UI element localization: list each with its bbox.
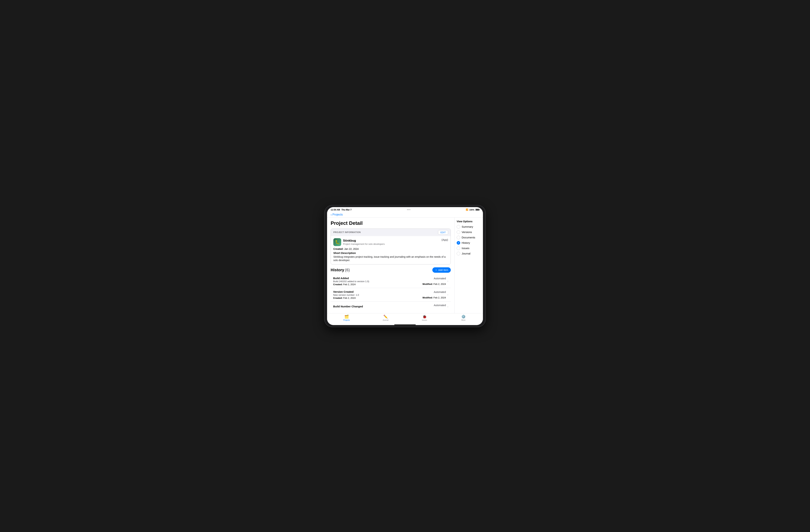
view-option-journal[interactable]: Journal (457, 252, 481, 255)
radio-issues[interactable] (457, 246, 460, 250)
radio-history[interactable] (457, 241, 460, 245)
created-row: Created: Jan 22, 2024 (333, 247, 448, 251)
history-item-right: Automated Modified: Feb 2, 2024 (422, 291, 446, 299)
add-item-button[interactable]: ＋ Add Item (432, 267, 451, 273)
battery-percent: 100% (469, 209, 474, 211)
history-item-right: Automated Modified: Feb 2, 2024 (422, 277, 446, 285)
history-item-left: Build Added Build 240202 added to versio… (333, 277, 422, 286)
tab-journal[interactable]: ✏️ Journal (380, 315, 391, 321)
tab-projects-label: Projects (343, 319, 350, 321)
radio-documents[interactable] (457, 236, 460, 239)
project-type: (App) (441, 238, 448, 241)
card-header: PROJECT INFORMATION EDIT (331, 229, 451, 236)
short-desc-text: Stinkbug integrates project tracking, is… (333, 255, 448, 262)
history-item-created: Created: Feb 2, 2024 (333, 297, 422, 299)
add-item-label: Add Item (438, 269, 448, 272)
tab-more[interactable]: ⚙️ More (458, 315, 469, 321)
project-name: Stinkbug (343, 239, 385, 242)
view-option-label-documents: Documents (461, 236, 475, 239)
history-item-title: Build Added (333, 277, 422, 280)
created-label: Created: (333, 247, 343, 251)
nav-bar: ‹ Projects (327, 212, 483, 217)
history-title-area: History (6) (331, 268, 350, 272)
view-options-panel: View Options Summary Versions Documents (454, 217, 483, 313)
history-item-left: Build Number Changed (333, 305, 434, 308)
status-date: Thu Mar 7 (341, 209, 352, 211)
project-icon: 🐛 (333, 238, 341, 246)
device-screen: 11:54 AM Thu Mar 7 📶 100% ‹ (327, 207, 483, 325)
project-subtitle: Project management for solo developers (343, 243, 385, 245)
chevron-right-icon: › (447, 293, 448, 296)
history-item-source: Automated (434, 304, 446, 307)
radio-journal[interactable] (457, 252, 460, 255)
view-option-label-versions: Versions (461, 230, 472, 233)
view-option-issues[interactable]: Issues (457, 246, 481, 250)
project-name-area: Stinkbug Project management for solo dev… (343, 239, 385, 245)
view-option-label-history: History (461, 241, 470, 244)
view-option-versions[interactable]: Versions (457, 230, 481, 234)
project-header-row: 🐛 Stinkbug Project management for solo d… (333, 238, 448, 246)
history-list: Build Added Build 240202 added to versio… (331, 274, 451, 312)
view-options-title: View Options (457, 220, 481, 223)
tab-issues[interactable]: 🐞 Issues (419, 315, 430, 321)
history-item-subtitle: Build 240202 added to version 1.0) (333, 280, 422, 283)
history-section-header: History (6) ＋ Add Item (331, 267, 451, 273)
view-option-label-journal: Journal (461, 252, 470, 255)
card-section-label: PROJECT INFORMATION (333, 231, 361, 233)
history-item-title: Build Number Changed (333, 305, 434, 308)
tab-bar: 🗂️ Projects ✏️ Journal 🐞 Issues ⚙️ More (327, 313, 483, 324)
tab-issues-label: Issues (422, 319, 427, 321)
content-column: Project Detail PROJECT INFORMATION EDIT … (327, 217, 454, 313)
tab-more-label: More (461, 319, 466, 321)
history-item-modified: Modified: Feb 2, 2024 (422, 283, 446, 285)
history-item[interactable]: Version Created New version number: 1.0 … (331, 288, 451, 302)
main-content: ‹ Projects Project Detail PROJECT INFORM… (327, 212, 483, 325)
chevron-right-icon: › (447, 279, 448, 283)
view-option-history[interactable]: History (457, 241, 481, 245)
history-item[interactable]: Build Number Changed Automated › (331, 302, 451, 312)
history-item-subtitle: New version number: 1.0 (333, 294, 422, 296)
page-area: Project Detail PROJECT INFORMATION EDIT … (327, 217, 483, 313)
tab-more-icon: ⚙️ (461, 315, 466, 319)
tab-issues-icon: 🐞 (422, 315, 427, 319)
edit-button[interactable]: EDIT (438, 230, 448, 235)
back-button[interactable]: ‹ Projects (331, 213, 479, 216)
radio-versions[interactable] (457, 230, 460, 234)
history-item-source: Automated (422, 277, 446, 280)
history-item-source: Automated (422, 291, 446, 293)
view-option-documents[interactable]: Documents (457, 236, 481, 239)
back-chevron-icon: ‹ (331, 213, 332, 216)
page-title: Project Detail (331, 220, 451, 226)
short-desc-label: Short Description (333, 252, 448, 255)
view-option-summary[interactable]: Summary (457, 225, 481, 229)
status-time: 11:54 AM (331, 209, 340, 211)
history-item-title: Version Created (333, 290, 422, 293)
history-item-created: Created: Feb 2, 2024 (333, 283, 422, 286)
add-item-plus-icon: ＋ (435, 269, 437, 272)
device: 11:54 AM Thu Mar 7 📶 100% ‹ (325, 205, 485, 327)
tab-journal-icon: ✏️ (383, 315, 388, 319)
history-item-right: Automated (434, 304, 446, 309)
history-count: (6) (345, 268, 350, 272)
chevron-right-icon: › (447, 305, 448, 308)
created-date: Jan 22, 2024 (344, 247, 359, 251)
back-label: Projects (333, 213, 343, 216)
view-option-label-issues: Issues (461, 247, 469, 249)
history-title: History (331, 268, 344, 272)
history-item[interactable]: Build Added Build 240202 added to versio… (331, 274, 451, 288)
card-body: 🐛 Stinkbug Project management for solo d… (331, 236, 451, 264)
tab-projects-icon: 🗂️ (344, 315, 349, 319)
wifi-icon: 📶 (466, 209, 468, 211)
tab-journal-label: Journal (383, 319, 389, 321)
home-indicator (394, 324, 416, 325)
radio-summary[interactable] (457, 225, 460, 229)
project-info-card: PROJECT INFORMATION EDIT 🐛 Stinkbug Proj… (331, 229, 451, 264)
tab-projects[interactable]: 🗂️ Projects (341, 315, 352, 321)
history-item-modified: Modified: Feb 2, 2024 (422, 296, 446, 299)
project-title-section: 🐛 Stinkbug Project management for solo d… (333, 238, 385, 246)
status-bar: 11:54 AM Thu Mar 7 📶 100% (327, 207, 483, 212)
view-option-label-summary: Summary (461, 225, 473, 228)
battery-icon (475, 209, 479, 211)
history-item-left: Version Created New version number: 1.0 … (333, 290, 422, 299)
